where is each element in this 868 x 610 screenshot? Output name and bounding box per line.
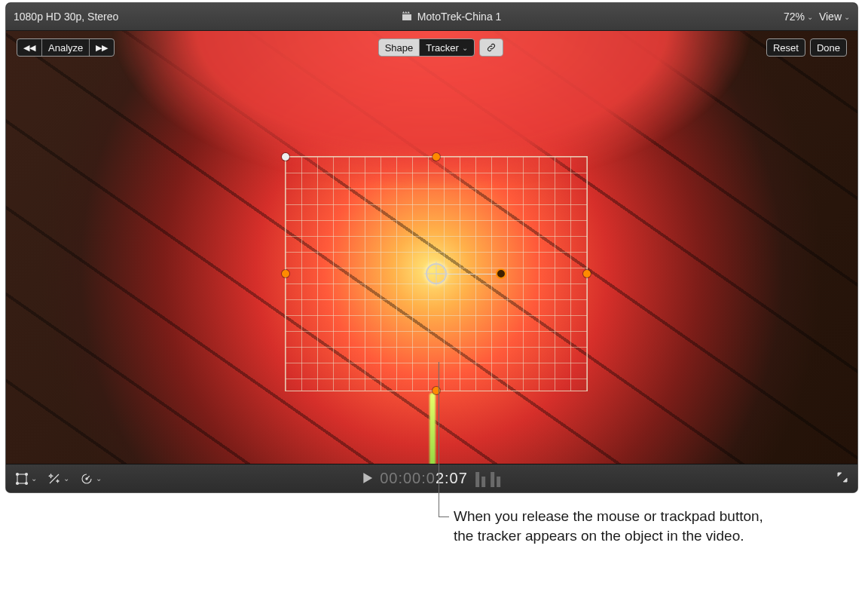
video-viewer[interactable]: ◀◀ Analyze ▶▶ Shape Tracker ⌄ Reset [6,31,857,465]
viewer-top-bar: 1080p HD 30p, Stereo MotoTrek-China 1 72… [6,3,857,31]
enhance-tool-menu[interactable]: ⌄ [47,472,69,486]
tracker-mode-dropdown[interactable]: Tracker ⌄ [420,39,473,56]
fast-forward-icon: ▶▶ [96,44,108,52]
timecode-value: 2:07 [436,470,468,486]
viewer-bottom-bar: ⌄ ⌄ ⌄ 00:00:02:07 [6,464,857,492]
analyze-control-group: ◀◀ Analyze ▶▶ [17,38,115,57]
clip-title: MotoTrek-China 1 [417,11,502,23]
callout-text: When you release the mouse or trackpad b… [454,507,778,545]
chevron-down-icon: ⌄ [63,474,69,483]
done-button[interactable]: Done [810,38,847,57]
chevron-down-icon: ⌄ [807,13,813,21]
analyze-button[interactable]: Analyze [42,39,90,56]
link-button[interactable] [479,38,503,57]
svg-point-5 [86,477,87,479]
reset-button[interactable]: Reset [766,38,805,57]
reset-button-label: Reset [767,39,805,56]
view-menu-label: View [819,11,842,23]
link-icon [480,39,503,56]
tracker-handle-top[interactable] [432,153,440,161]
audio-meter [475,471,500,487]
clip-format-label: 1080p HD 30p, Stereo [14,11,118,23]
tracker-box[interactable] [285,156,588,391]
transform-tool-menu[interactable]: ⌄ [15,472,37,486]
tracker-center-target[interactable] [426,263,447,284]
timecode-display: 00:00:02:07 [363,470,500,487]
rewind-icon: ◀◀ [23,44,35,52]
svg-point-1 [17,473,19,475]
tracker-mode-label: Tracker [426,42,459,54]
fullscreen-button[interactable] [836,471,848,486]
tracker-handle-top-left[interactable] [282,153,289,161]
speedometer-icon [80,472,93,486]
clip-title-group: MotoTrek-China 1 [401,10,502,24]
tracker-rotation-handle[interactable] [496,268,506,279]
clapperboard-icon [401,10,413,24]
zoom-level-value: 72% [784,11,805,23]
svg-point-3 [17,482,19,484]
svg-rect-0 [17,474,26,483]
chevron-down-icon: ⌄ [31,474,37,483]
analyze-back-button[interactable]: ◀◀ [17,39,42,56]
tracker-handle-right[interactable] [583,270,591,277]
video-editor-window: 1080p HD 30p, Stereo MotoTrek-China 1 72… [6,3,857,492]
shape-mode-button[interactable]: Shape [379,39,420,56]
play-icon [363,473,372,483]
timecode-leading: 00:00:0 [380,470,436,486]
callout-leader-line [439,362,439,517]
chevron-down-icon: ⌄ [844,13,850,21]
zoom-level-dropdown[interactable]: 72% ⌄ [784,11,813,23]
view-menu[interactable]: View ⌄ [819,11,850,23]
retime-tool-menu[interactable]: ⌄ [80,472,102,486]
mode-toggle: Shape Tracker ⌄ [378,38,475,57]
svg-point-2 [26,473,28,475]
analyze-forward-button[interactable]: ▶▶ [90,39,114,56]
chevron-down-icon: ⌄ [96,474,102,483]
magic-wand-icon [47,472,61,486]
fullscreen-icon [836,471,848,486]
tracker-handle-left[interactable] [282,270,289,277]
play-button[interactable] [363,470,372,487]
done-button-label: Done [811,39,846,56]
transform-icon [15,472,29,486]
svg-point-4 [26,482,28,484]
video-frame-decoration [429,393,436,465]
viewer-overlay-controls: ◀◀ Analyze ▶▶ Shape Tracker ⌄ Reset [6,38,857,57]
chevron-down-icon: ⌄ [462,44,468,52]
